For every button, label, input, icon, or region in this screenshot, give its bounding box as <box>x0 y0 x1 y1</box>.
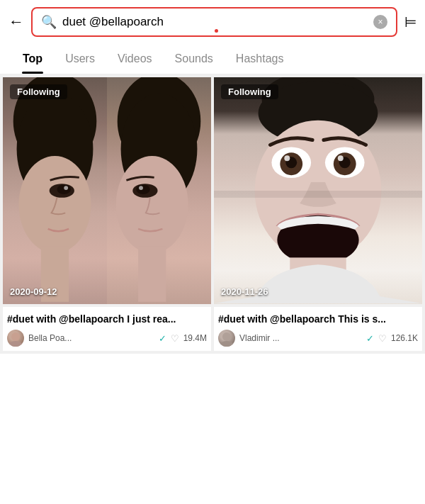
svg-point-21 <box>325 147 365 178</box>
tab-videos[interactable]: Videos <box>106 44 164 74</box>
tab-top[interactable]: Top <box>11 44 54 74</box>
tab-hashtags[interactable]: Hashtags <box>225 44 295 74</box>
svg-point-9 <box>116 156 188 253</box>
video-thumbnail-2 <box>214 77 422 304</box>
heart-icon-2: ♡ <box>378 333 387 344</box>
clear-button[interactable]: × <box>373 15 387 29</box>
svg-point-3 <box>50 184 74 198</box>
svg-point-4 <box>57 184 71 194</box>
filter-button[interactable]: ⊨ <box>404 13 416 30</box>
svg-rect-26 <box>290 257 346 303</box>
video-card-2[interactable]: Following 2020-11-26 <box>214 77 422 304</box>
svg-point-16 <box>255 121 382 262</box>
video-meta-1: Bella Poa... ✓ ♡ 19.4M <box>7 330 207 347</box>
avatar-1 <box>7 330 24 347</box>
svg-point-29 <box>8 341 23 347</box>
verified-icon-1: ✓ <box>159 333 166 344</box>
face-left-half <box>3 77 107 304</box>
video-meta-2: Vladimir ... ✓ ♡ 126.1K <box>218 330 418 347</box>
like-count-1: 19.4M <box>183 333 207 343</box>
following-badge-1: Following <box>10 84 67 99</box>
video-thumbnail-1 <box>3 77 211 304</box>
following-badge-2: Following <box>221 84 278 99</box>
svg-point-5 <box>64 186 68 190</box>
author-name-2: Vladimir ... <box>239 333 362 343</box>
search-dot <box>215 29 218 33</box>
svg-point-7 <box>118 77 201 170</box>
verified-icon-2: ✓ <box>366 333 374 344</box>
back-button[interactable]: ← <box>8 13 24 31</box>
svg-point-25 <box>277 215 358 265</box>
tab-sounds[interactable]: Sounds <box>164 44 225 74</box>
svg-point-31 <box>220 341 234 347</box>
avatar-2 <box>218 330 235 347</box>
svg-point-22 <box>334 152 356 175</box>
tab-users[interactable]: Users <box>54 44 106 74</box>
svg-point-8 <box>121 94 198 205</box>
author-name-1: Bella Poa... <box>28 333 154 343</box>
face-right-half <box>107 77 211 304</box>
svg-point-20 <box>284 155 290 161</box>
video-title-1: #duet with @bellapoarch I just rea... <box>7 313 207 325</box>
video-grid: Following 2020-09-12 <box>0 74 425 307</box>
svg-point-10 <box>132 184 157 198</box>
svg-point-23 <box>339 157 351 168</box>
svg-rect-13 <box>138 246 166 301</box>
svg-point-24 <box>338 155 344 161</box>
search-bar[interactable]: 🔍 duet @bellapoarch × <box>31 7 397 37</box>
svg-point-17 <box>271 147 311 178</box>
video-info-2: #duet with @bellapoarch This is s... Vla… <box>214 307 422 351</box>
video-info-1: #duet with @bellapoarch I just rea... Be… <box>3 307 211 351</box>
svg-point-14 <box>262 77 375 128</box>
date-stamp-2: 2020-11-26 <box>221 286 268 297</box>
svg-point-12 <box>139 186 143 190</box>
like-count-2: 126.1K <box>391 333 418 343</box>
svg-point-19 <box>285 157 297 168</box>
svg-point-11 <box>136 184 150 194</box>
video-card-1[interactable]: Following 2020-09-12 <box>3 77 211 304</box>
video-title-2: #duet with @bellapoarch This is s... <box>218 313 418 325</box>
svg-point-18 <box>280 152 302 175</box>
tab-bar: Top Users Videos Sounds Hashtags <box>0 44 425 74</box>
search-icon: 🔍 <box>41 14 57 30</box>
header: ← 🔍 duet @bellapoarch × ⊨ <box>0 0 425 44</box>
svg-point-28 <box>11 332 20 341</box>
search-input[interactable]: duet @bellapoarch <box>62 15 368 29</box>
heart-icon-1: ♡ <box>171 333 179 344</box>
svg-point-2 <box>19 156 91 253</box>
svg-point-1 <box>17 94 94 205</box>
svg-rect-27 <box>214 191 422 198</box>
date-stamp-1: 2020-09-12 <box>10 286 57 297</box>
svg-point-30 <box>222 332 231 341</box>
